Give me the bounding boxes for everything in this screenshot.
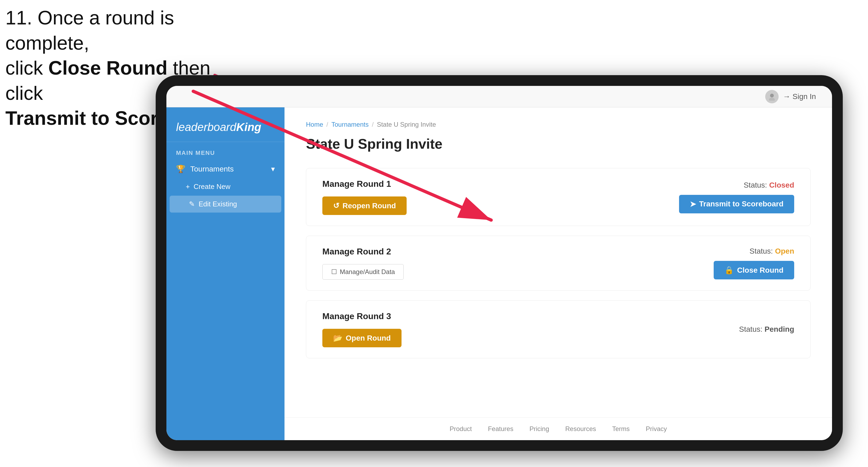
round-1-status: Status: Closed [744,181,794,189]
main-menu-label: MAIN MENU [166,142,284,160]
round-3-status-value: Pending [765,325,794,333]
breadcrumb-current: State U Spring Invite [377,121,436,128]
svg-point-3 [770,94,774,97]
instruction-bold1: Close Round [48,57,167,79]
open-icon: 📂 [333,334,342,342]
breadcrumb-tournaments[interactable]: Tournaments [332,121,369,128]
chevron-down-icon: ▾ [271,164,275,174]
reopen-icon: ↺ [333,201,339,210]
top-bar: → Sign In [166,86,832,107]
footer-link-privacy[interactable]: Privacy [646,425,667,433]
logo-normal: leaderboard [176,121,236,133]
round-2-title: Manage Round 2 [322,247,404,257]
round-3-section: Manage Round 3 📂 Open Round Status: Pend… [306,300,811,358]
app-layout: leaderboardKing MAIN MENU 🏆 Tournaments … [166,107,832,440]
round-3-title: Manage Round 3 [322,311,402,321]
close-round-button[interactable]: 🔒 Close Round [714,261,794,279]
content-area: Home / Tournaments / State U Spring Invi… [284,107,832,440]
edit-icon: ✎ [189,200,195,208]
audit-checkbox-icon: ☐ [331,268,337,276]
user-avatar-icon [765,90,779,103]
manage-audit-button[interactable]: ☐ Manage/Audit Data [322,264,404,280]
sidebar-item-tournaments[interactable]: 🏆 Tournaments ▾ [166,160,284,178]
main-content: Home / Tournaments / State U Spring Invi… [284,107,832,417]
plus-icon: + [186,183,190,191]
round-2-status-value: Open [775,247,794,255]
round-2-status: Status: Open [749,247,794,255]
tournaments-label: Tournaments [190,165,234,174]
instruction-line1: 11. Once a round is complete, [5,7,174,54]
round-2-section: Manage Round 2 ☐ Manage/Audit Data Statu… [306,236,811,291]
page-title: State U Spring Invite [306,136,811,152]
footer: Product Features Pricing Resources Terms… [284,417,832,440]
transmit-to-scoreboard-button[interactable]: ➤ Transmit to Scoreboard [679,195,794,213]
breadcrumb: Home / Tournaments / State U Spring Invi… [306,121,811,128]
sidebar: leaderboardKing MAIN MENU 🏆 Tournaments … [166,107,284,440]
round-1-status-value: Closed [769,181,794,189]
footer-link-terms[interactable]: Terms [612,425,630,433]
footer-link-resources[interactable]: Resources [565,425,596,433]
logo: leaderboardKing [176,121,275,134]
svg-point-4 [769,98,775,101]
lock-icon: 🔒 [724,266,734,275]
round-3-status: Status: Pending [739,325,794,334]
footer-link-features[interactable]: Features [488,425,514,433]
reopen-round-button[interactable]: ↺ Reopen Round [322,196,407,215]
transmit-icon: ➤ [690,200,696,209]
breadcrumb-home[interactable]: Home [306,121,323,128]
logo-area: leaderboardKing [166,113,284,142]
create-new-label: Create New [193,183,230,191]
trophy-icon: 🏆 [176,164,185,174]
edit-existing-label: Edit Existing [198,200,237,208]
audit-row: ☐ Manage/Audit Data [322,264,404,280]
round-1-section: Manage Round 1 ↺ Reopen Round Status: Cl… [306,168,811,226]
sidebar-subitem-edit-existing[interactable]: ✎ Edit Existing [169,196,281,213]
footer-link-product[interactable]: Product [450,425,472,433]
logo-bold: King [236,121,261,133]
footer-link-pricing[interactable]: Pricing [530,425,549,433]
tablet-screen: → Sign In leaderboardKing MAIN MENU 🏆 [166,86,832,440]
open-round-button[interactable]: 📂 Open Round [322,329,402,347]
sidebar-subitem-create-new[interactable]: + Create New [166,178,284,195]
sign-in-button[interactable]: → Sign In [783,92,816,101]
tablet-device: → Sign In leaderboardKing MAIN MENU 🏆 [156,75,843,451]
sign-in-area: → Sign In [765,90,816,103]
round-1-title: Manage Round 1 [322,179,407,189]
